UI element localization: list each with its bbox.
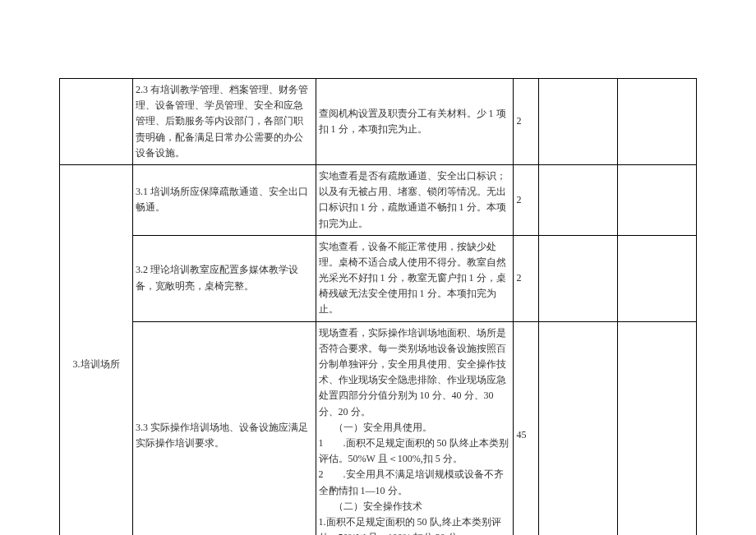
- criteria-cell: 查阅机构设置及职责分工有关材料。少 1 项扣 1 分，本项扣完为止。: [316, 79, 514, 165]
- criteria-text: 2 .安全用具不满足培训规模或设备不齐全酌情扣 1—10 分。: [319, 467, 511, 498]
- blank-cell: [617, 79, 696, 165]
- category-cell: 3.培训场所: [60, 164, 133, 535]
- score-cell: 2: [514, 164, 538, 235]
- item-cell: 3.2 理论培训教室应配置多媒体教学设备，宽敞明亮，桌椅完整。: [133, 235, 316, 321]
- criteria-cell: 现场查看，实际操作培训场地面积、场所是否符合要求。每一类别场地设备设施按照百分制…: [316, 321, 514, 535]
- table-row: 2.3 有培训教学管理、档案管理、财务管理、设备管理、学员管理、安全和应急管理、…: [60, 79, 697, 165]
- score-cell: 2: [514, 79, 538, 165]
- criteria-text: （二）安全操作技术: [319, 499, 511, 514]
- criteria-cell: 实地查看，设备不能正常使用，按缺少处理。桌椅不适合成人使用不得分。教室自然光采光…: [316, 235, 514, 321]
- item-cell: 3.3 实际操作培训场地、设备设施应满足实际操作培训要求。: [133, 321, 316, 535]
- blank-cell: [538, 321, 617, 535]
- blank-cell: [538, 235, 617, 321]
- blank-cell: [538, 164, 617, 235]
- blank-cell: [617, 321, 696, 535]
- item-cell: 2.3 有培训教学管理、档案管理、财务管理、设备管理、学员管理、安全和应急管理、…: [133, 79, 316, 165]
- score-cell: 45: [514, 321, 538, 535]
- category-cell: [60, 79, 133, 165]
- score-cell: 2: [514, 235, 538, 321]
- criteria-text: （一）安全用具使用。: [319, 420, 511, 436]
- table-row: 3.培训场所 3.1 培训场所应保障疏散通道、安全出口畅通。 实地查看是否有疏散…: [60, 164, 697, 235]
- blank-cell: [617, 235, 696, 321]
- criteria-text: 现场查看，实际操作培训场地面积、场所是否符合要求。每一类别场地设备设施按照百分制…: [319, 327, 506, 417]
- criteria-text: 1 .面积不足规定面积的 50 队终止本类别评估。50%W 且＜100%,扣 5…: [319, 436, 511, 467]
- blank-cell: [538, 79, 617, 165]
- item-cell: 3.1 培训场所应保障疏散通道、安全出口畅通。: [133, 164, 316, 235]
- table-row: 3.3 实际操作培训场地、设备设施应满足实际操作培训要求。 现场查看，实际操作培…: [60, 321, 697, 535]
- table-row: 3.2 理论培训教室应配置多媒体教学设备，宽敞明亮，桌椅完整。 实地查看，设备不…: [60, 235, 697, 321]
- criteria-cell: 实地查看是否有疏散通道、安全出口标识；以及有无被占用、堵塞、锁闭等情况。无出口标…: [316, 164, 514, 235]
- evaluation-table: 2.3 有培训教学管理、档案管理、财务管理、设备管理、学员管理、安全和应急管理、…: [59, 78, 697, 535]
- criteria-text: 1.面积不足规定面积的 50 队,终止本类别评估。50%W 且＜100%,扣分 …: [319, 514, 511, 535]
- blank-cell: [617, 164, 696, 235]
